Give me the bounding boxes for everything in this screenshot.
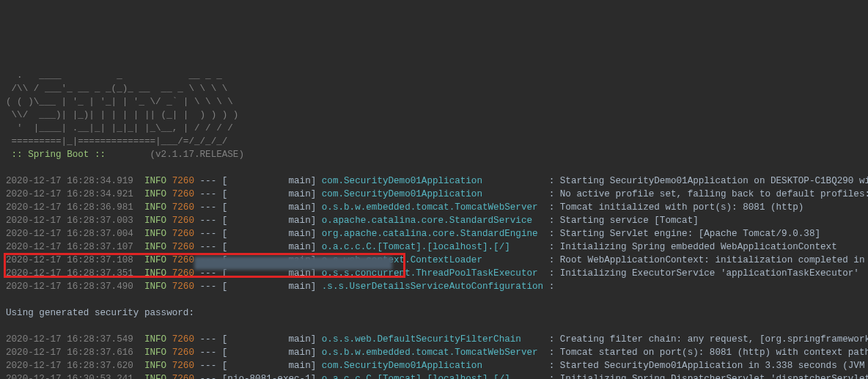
- banner-line: \\/ ___)| |_)| | | | | || (_| | ) ) ) ): [6, 108, 862, 122]
- log-colon: :: [543, 282, 560, 292]
- console-output: . ____ _ __ _ _ /\\ / ___'_ __ _ _(_)_ _…: [0, 66, 868, 379]
- password-label: Using generated security password:: [6, 308, 200, 318]
- log-thread: [ main]: [222, 189, 322, 199]
- log-line: 2020-12-17 16:28:37.620 INFO 7260 --- [ …: [6, 359, 862, 372]
- log-thread: [ main]: [222, 347, 322, 358]
- blank-line: [6, 293, 862, 306]
- log-colon: :: [543, 361, 560, 371]
- log-timestamp: 2020-12-17 16:28:36.981: [6, 202, 144, 213]
- log-message: No active profile set, falling back to d…: [560, 189, 868, 199]
- log-timestamp: 2020-12-17 16:30:53.241: [6, 374, 144, 379]
- log-sep: ---: [194, 361, 222, 371]
- log-line: 2020-12-17 16:28:37.107 INFO 7260 --- [ …: [6, 240, 862, 254]
- log-sep: ---: [194, 268, 222, 279]
- log-timestamp: 2020-12-17 16:28:37.490: [6, 282, 144, 292]
- log-logger: o.s.s.web.DefaultSecurityFilterChain: [322, 334, 543, 345]
- log-level: INFO: [144, 202, 172, 213]
- boot-label: :: Spring Boot ::: [6, 150, 111, 160]
- log-message: Starting SecurityDemo01Application on DE…: [560, 176, 868, 186]
- log-timestamp: 2020-12-17 16:28:37.004: [6, 229, 144, 239]
- log-pid: 7260: [172, 374, 194, 379]
- log-timestamp: 2020-12-17 16:28:34.919: [6, 176, 144, 186]
- log-thread: [ main]: [222, 202, 322, 213]
- log-sep: ---: [194, 176, 222, 186]
- log-colon: :: [543, 268, 560, 279]
- log-logger: o.s.b.w.embedded.tomcat.TomcatWebServer: [322, 202, 543, 213]
- banner-line: ' |____| .__|_| |_|_| |_\__, | / / / /: [6, 122, 862, 135]
- log-message: Root WebApplicationContext: initializati…: [560, 255, 868, 265]
- log-timestamp: 2020-12-17 16:28:37.616: [6, 347, 144, 358]
- blank-line: [6, 161, 862, 174]
- log-message: Initializing Spring embedded WebApplicat…: [560, 242, 837, 252]
- log-pid: 7260: [172, 176, 194, 186]
- log-colon: :: [543, 334, 560, 345]
- log-pid: 7260: [172, 334, 194, 345]
- log-colon: :: [543, 216, 560, 226]
- log-sep: ---: [194, 374, 222, 379]
- log-timestamp: 2020-12-17 16:28:34.921: [6, 189, 144, 199]
- log-colon: :: [543, 189, 560, 199]
- generated-password-line: Using generated security password:: [6, 306, 862, 320]
- log-thread: [ main]: [222, 216, 322, 226]
- log-colon: :: [543, 347, 560, 358]
- banner-line: =========|_|==============|___/=/_/_/_/: [6, 135, 862, 148]
- log-pid: 7260: [172, 361, 194, 371]
- log-message: Starting service [Tomcat]: [560, 216, 699, 226]
- log-sep: ---: [194, 216, 222, 226]
- log-level: INFO: [144, 347, 172, 358]
- log-pid: 7260: [172, 229, 194, 239]
- log-timestamp: 2020-12-17 16:28:37.351: [6, 268, 144, 279]
- log-sep: ---: [194, 229, 222, 239]
- banner-line: ( ( )\___ | '_ | '_| | '_ \/ _` | \ \ \ …: [6, 95, 862, 108]
- log-line: 2020-12-17 16:28:37.549 INFO 7260 --- [ …: [6, 333, 862, 346]
- log-message: Started SecurityDemo01Application in 3.3…: [560, 361, 868, 371]
- log-colon: :: [543, 255, 560, 265]
- log-thread: [ main]: [222, 255, 322, 265]
- log-logger: o.s.web.context.ContextLoader: [322, 255, 543, 265]
- log-colon: :: [543, 242, 560, 252]
- log-level: INFO: [144, 282, 172, 292]
- blank-line: [6, 320, 862, 333]
- boot-version: (v2.1.17.RELEASE): [111, 150, 244, 160]
- log-sep: ---: [194, 242, 222, 252]
- log-sep: ---: [194, 255, 222, 265]
- log-colon: :: [543, 229, 560, 239]
- log-line: 2020-12-17 16:30:53.241 INFO 7260 --- [n…: [6, 372, 862, 379]
- log-level: INFO: [144, 255, 172, 265]
- log-line: 2020-12-17 16:28:36.981 INFO 7260 --- [ …: [6, 201, 862, 214]
- log-thread: [ main]: [222, 361, 322, 371]
- log-colon: :: [543, 176, 560, 186]
- banner-line: /\\ / ___'_ __ _ _(_)_ __ __ _ \ \ \ \: [6, 82, 862, 95]
- log-logger: com.SecurityDemo01Application: [322, 176, 543, 186]
- log-level: INFO: [144, 229, 172, 239]
- log-level: INFO: [144, 334, 172, 345]
- log-line: 2020-12-17 16:28:37.108 INFO 7260 --- [ …: [6, 254, 862, 267]
- log-logger: o.s.s.concurrent.ThreadPoolTaskExecutor: [322, 268, 543, 279]
- log-level: INFO: [144, 216, 172, 226]
- log-message: Initializing ExecutorService 'applicatio…: [560, 268, 859, 279]
- boot-line: :: Spring Boot :: (v2.1.17.RELEASE): [6, 148, 862, 161]
- log-logger: o.s.b.w.embedded.tomcat.TomcatWebServer: [322, 347, 543, 358]
- banner-line: . ____ _ __ _ _: [6, 69, 862, 82]
- log-pid: 7260: [172, 255, 194, 265]
- log-logger: org.apache.catalina.core.StandardEngine: [322, 229, 543, 239]
- log-message: Tomcat initialized with port(s): 8081 (h…: [560, 202, 804, 213]
- log-logger: o.apache.catalina.core.StandardService: [322, 216, 543, 226]
- log-sep: ---: [194, 202, 222, 213]
- log-line: 2020-12-17 16:28:37.351 INFO 7260 --- [ …: [6, 267, 862, 280]
- log-thread: [ main]: [222, 176, 322, 186]
- log-timestamp: 2020-12-17 16:28:37.549: [6, 334, 144, 345]
- log-line: 2020-12-17 16:28:37.003 INFO 7260 --- [ …: [6, 214, 862, 227]
- log-level: INFO: [144, 189, 172, 199]
- log-thread: [ main]: [222, 229, 322, 239]
- log-timestamp: 2020-12-17 16:28:37.108: [6, 255, 144, 265]
- log-pid: 7260: [172, 202, 194, 213]
- log-timestamp: 2020-12-17 16:28:37.107: [6, 242, 144, 252]
- log-logger: com.SecurityDemo01Application: [322, 361, 543, 371]
- log-level: INFO: [144, 374, 172, 379]
- log-pid: 7260: [172, 189, 194, 199]
- log-thread: [ main]: [222, 282, 322, 292]
- log-colon: :: [543, 202, 560, 213]
- log-timestamp: 2020-12-17 16:28:37.003: [6, 216, 144, 226]
- log-line: 2020-12-17 16:28:34.919 INFO 7260 --- [ …: [6, 174, 862, 188]
